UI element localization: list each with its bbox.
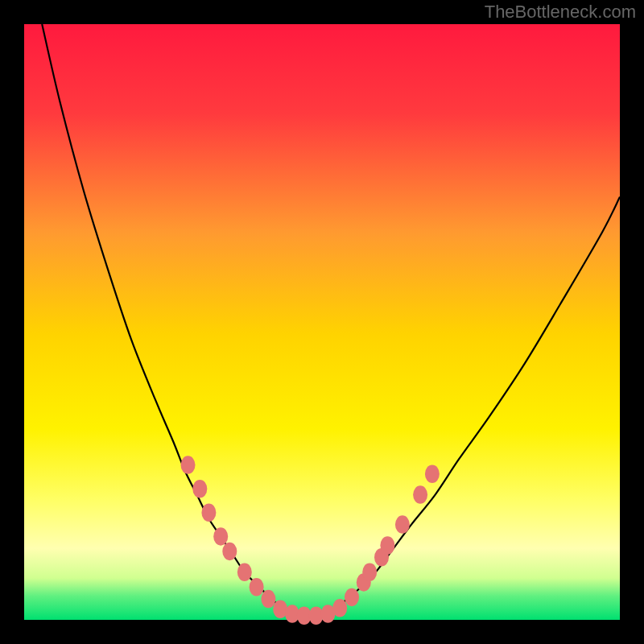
bottleneck-chart bbox=[0, 0, 644, 644]
watermark-text: TheBottleneck.com bbox=[485, 2, 636, 23]
marker-point bbox=[192, 480, 207, 498]
marker-point bbox=[181, 456, 196, 474]
marker-point bbox=[345, 588, 359, 607]
marker-point bbox=[201, 504, 216, 522]
marker-point bbox=[250, 578, 264, 597]
marker-point bbox=[261, 590, 275, 609]
marker-point bbox=[362, 564, 377, 582]
marker-point bbox=[413, 485, 427, 504]
marker-point bbox=[395, 515, 410, 534]
marker-point bbox=[425, 464, 440, 483]
chart-container: TheBottleneck.com bbox=[0, 0, 644, 644]
marker-point bbox=[237, 564, 252, 582]
gradient-background bbox=[24, 24, 620, 620]
marker-point bbox=[332, 599, 347, 617]
marker-point bbox=[380, 536, 394, 555]
marker-point bbox=[213, 527, 228, 546]
marker-point bbox=[222, 543, 237, 561]
